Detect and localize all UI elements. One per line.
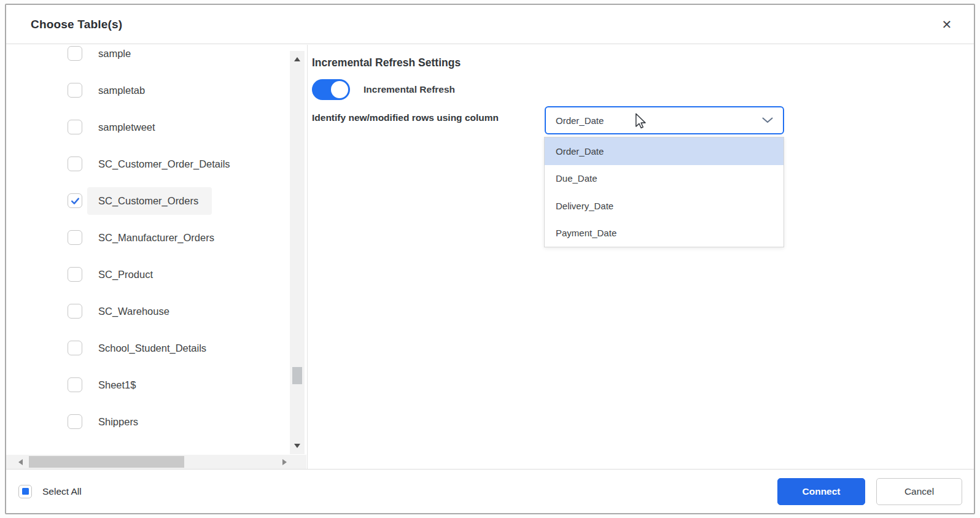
dropdown-option[interactable]: Order_Date <box>545 137 784 165</box>
table-checkbox[interactable] <box>68 414 82 429</box>
toggle-knob <box>330 80 349 99</box>
select-all-checkbox[interactable]: Select All <box>18 485 82 498</box>
dialog-header: Choose Table(s) ✕ <box>6 5 974 44</box>
table-checkbox[interactable] <box>68 377 82 392</box>
scroll-up-icon[interactable] <box>294 57 300 61</box>
column-dropdown-menu: Order_Date Due_Date Delivery_Date Paymen… <box>544 137 784 247</box>
indeterminate-checkbox-icon[interactable] <box>18 485 32 498</box>
scroll-left-icon[interactable] <box>18 459 23 465</box>
horizontal-scrollbar[interactable] <box>6 455 306 469</box>
table-label: SC_Manufacturer_Orders <box>87 224 228 252</box>
table-label: sampletab <box>87 77 158 104</box>
vertical-scrollbar-thumb[interactable] <box>292 367 302 384</box>
table-label: SC_Customer_Orders <box>87 187 212 215</box>
toggle-label: Incremental Refresh <box>364 84 455 95</box>
table-checkbox[interactable] <box>68 120 82 134</box>
check-icon <box>70 196 80 206</box>
settings-heading: Incremental Refresh Settings <box>312 56 461 69</box>
table-list-item[interactable]: sampletweet <box>6 109 282 145</box>
table-label: Sheet1$ <box>87 371 149 399</box>
incremental-refresh-panel: Incremental Refresh Settings Incremental… <box>308 45 974 469</box>
table-label: sampletweet <box>87 114 169 141</box>
table-label: SC_Product <box>87 261 166 288</box>
table-list-item[interactable]: sample <box>6 45 282 72</box>
horizontal-scrollbar-thumb[interactable] <box>29 456 184 468</box>
table-label: SC_Customer_Order_Details <box>87 150 244 178</box>
table-label: SC_Warehouse <box>87 298 183 325</box>
table-checkbox[interactable] <box>68 267 82 282</box>
select-all-label: Select All <box>42 486 82 497</box>
close-icon[interactable]: ✕ <box>938 16 955 33</box>
table-list-item[interactable]: Sheet1$ <box>6 366 282 403</box>
table-list-item[interactable]: SC_Warehouse <box>6 293 282 330</box>
table-list-item[interactable]: SC_Customer_Order_Details <box>6 145 282 182</box>
table-checkbox[interactable] <box>68 157 82 171</box>
dropdown-option[interactable]: Payment_Date <box>545 220 784 247</box>
scroll-right-icon[interactable] <box>282 459 287 465</box>
table-label: Shippers <box>87 408 152 436</box>
dialog-body: sample sampletab sampletweet SC_Customer… <box>6 45 974 469</box>
table-checkbox[interactable] <box>68 304 82 319</box>
table-checkbox[interactable] <box>68 83 82 98</box>
vertical-scrollbar[interactable] <box>290 51 305 454</box>
table-checkbox[interactable] <box>68 46 82 61</box>
table-list-item[interactable]: School_Student_Details <box>6 330 282 366</box>
table-checkbox[interactable] <box>68 341 82 355</box>
connect-button[interactable]: Connect <box>777 478 865 505</box>
table-list-panel: sample sampletab sampletweet SC_Customer… <box>6 45 308 469</box>
dropdown-option[interactable]: Due_Date <box>545 165 784 193</box>
table-label: sample <box>87 45 144 68</box>
table-checkbox[interactable] <box>68 230 82 245</box>
table-list-item[interactable]: Shippers <box>6 403 282 440</box>
column-select[interactable]: Order_Date <box>545 106 784 134</box>
table-label: School_Student_Details <box>87 334 220 362</box>
table-list-item[interactable]: SC_Customer_Orders <box>6 182 282 219</box>
table-list-item[interactable]: SC_Manufacturer_Orders <box>6 219 282 256</box>
choose-tables-dialog: Choose Table(s) ✕ sample sampletab sampl… <box>5 4 975 514</box>
chevron-down-icon <box>762 117 773 123</box>
column-select-value: Order_Date <box>556 115 604 126</box>
scroll-down-icon[interactable] <box>294 444 300 448</box>
cancel-button[interactable]: Cancel <box>876 478 962 505</box>
column-select-label: Identify new/modified rows using column <box>312 112 499 123</box>
incremental-refresh-toggle[interactable] <box>312 79 350 100</box>
table-checkbox[interactable] <box>68 193 82 208</box>
dropdown-option[interactable]: Delivery_Date <box>545 192 784 220</box>
table-list-item[interactable]: SC_Product <box>6 256 282 293</box>
table-list-item[interactable]: sampletab <box>6 72 282 109</box>
table-list: sample sampletab sampletweet SC_Customer… <box>6 45 282 440</box>
dialog-footer: Select All Connect Cancel <box>6 469 974 513</box>
dialog-title: Choose Table(s) <box>31 18 122 31</box>
